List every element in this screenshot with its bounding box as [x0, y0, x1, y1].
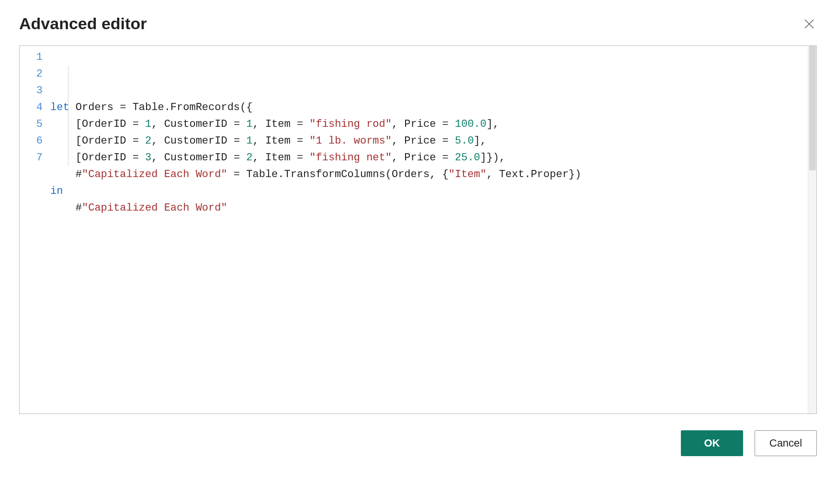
line-number: 5: [20, 116, 43, 133]
line-number-gutter: 1234567: [20, 46, 47, 414]
ok-button[interactable]: OK: [681, 430, 743, 456]
code-line: let Orders = Table.FromRecords({: [50, 99, 816, 116]
dialog-footer: OK Cancel: [19, 430, 817, 456]
code-line: [OrderID = 2, CustomerID = 1, Item = "1 …: [50, 133, 816, 149]
code-line: #"Capitalized Each Word": [50, 200, 816, 216]
cancel-button[interactable]: Cancel: [755, 430, 817, 456]
dialog-header: Advanced editor: [19, 14, 817, 33]
code-area[interactable]: let Orders = Table.FromRecords({ [OrderI…: [47, 46, 816, 414]
code-line: in: [50, 183, 816, 200]
indent-guide: [68, 66, 68, 166]
line-number: 3: [20, 82, 43, 99]
line-number: 6: [20, 133, 43, 149]
dialog-title: Advanced editor: [19, 14, 147, 33]
line-number: 2: [20, 66, 43, 82]
line-number: 7: [20, 149, 43, 166]
code-line: #"Capitalized Each Word" = Table.Transfo…: [50, 166, 816, 183]
code-line: [OrderID = 1, CustomerID = 1, Item = "fi…: [50, 116, 816, 133]
code-editor[interactable]: 1234567 let Orders = Table.FromRecords({…: [19, 45, 817, 414]
scrollbar-thumb[interactable]: [809, 46, 816, 170]
line-number: 4: [20, 99, 43, 116]
scrollbar-vertical[interactable]: [808, 46, 816, 414]
code-line: [OrderID = 3, CustomerID = 2, Item = "fi…: [50, 149, 816, 166]
close-icon[interactable]: [802, 16, 817, 32]
advanced-editor-dialog: Advanced editor 1234567 let Orders = Tab…: [0, 0, 836, 504]
line-number: 1: [20, 49, 43, 66]
